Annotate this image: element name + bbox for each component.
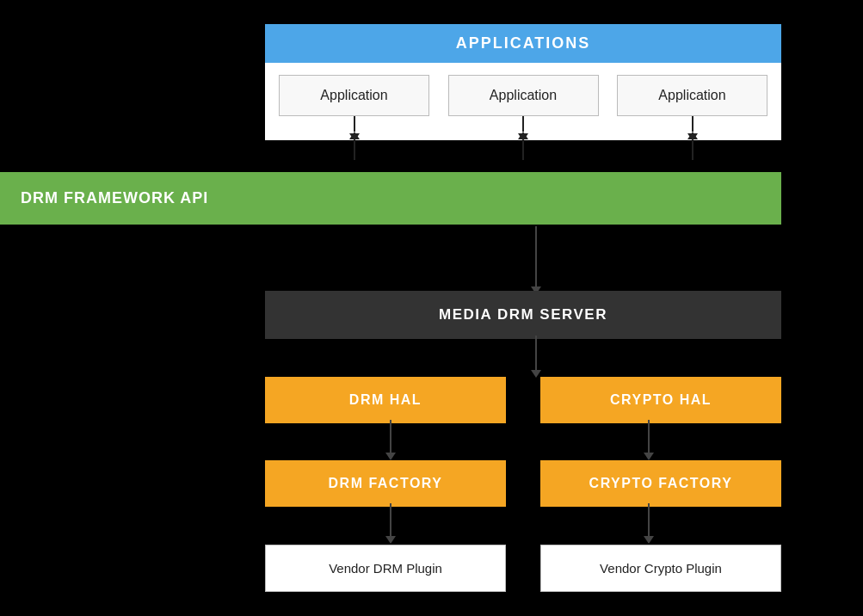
applications-block: APPLICATIONS Application Application App… [265,24,781,140]
drm-server-shaft [535,226,537,286]
crypto-factory-box: CRYPTO FACTORY [540,460,781,507]
crypto-hal-box: CRYPTO HAL [540,377,781,423]
applications-body: Application Application Application [265,63,781,116]
app-box-3: Application [617,75,767,116]
factory-plugin-arrow-right [644,503,654,544]
factory-plugin-arrowhead-right [644,536,654,544]
drm-factory-box: DRM FACTORY [265,460,506,507]
drm-hal-box: DRM HAL [265,377,506,423]
applications-header: APPLICATIONS [265,24,781,63]
bidir-arrow-1 [279,133,429,160]
arrowshaft-sm-3 [692,141,693,160]
arrowhead-down-sm-3 [687,133,698,141]
media-drm-server-block: MEDIA DRM SERVER [265,291,781,339]
hal-factory-shaft-right [648,420,650,453]
drm-plugin-box: Vendor DRM Plugin [265,545,506,592]
drm-framework-block: DRM FRAMEWORK API [0,172,781,225]
bidir-arrow-2 [448,133,599,160]
factory-row: DRM FACTORY CRYPTO FACTORY [265,460,781,507]
hal-factory-arrow-right [644,420,654,460]
arrowshaft-up-3 [692,116,693,132]
arrowshaft-up-1 [354,116,355,132]
factory-plugin-arrowhead-left [385,536,396,544]
bidir-arrow-3 [617,133,767,160]
server-hal-shaft [535,336,537,370]
factory-plugin-arrow-left [385,503,396,544]
crypto-plugin-box: Vendor Crypto Plugin [540,545,781,592]
connector-arrows [265,133,781,175]
drm-to-server-arrow [531,226,541,294]
plugin-row: Vendor DRM Plugin Vendor Crypto Plugin [265,545,781,592]
hal-factory-arrow-left [385,420,396,460]
hal-factory-arrowhead-right [644,453,654,460]
hal-row: DRM HAL CRYPTO HAL [265,377,781,423]
server-to-hal-arrow [531,336,541,378]
diagram: APPLICATIONS Application Application App… [0,0,863,616]
app-box-2: Application [448,75,599,116]
arrowshaft-up-2 [522,116,524,132]
factory-plugin-shaft-right [648,503,650,536]
hal-factory-shaft-left [390,420,391,453]
arrowhead-down-sm-1 [349,133,360,141]
arrowshaft-sm-2 [522,141,524,160]
hal-factory-arrowhead-left [385,453,396,460]
app-box-1: Application [279,75,429,116]
factory-plugin-shaft-left [390,503,391,536]
arrowshaft-sm-1 [354,141,355,160]
arrowhead-down-sm-2 [518,133,528,141]
